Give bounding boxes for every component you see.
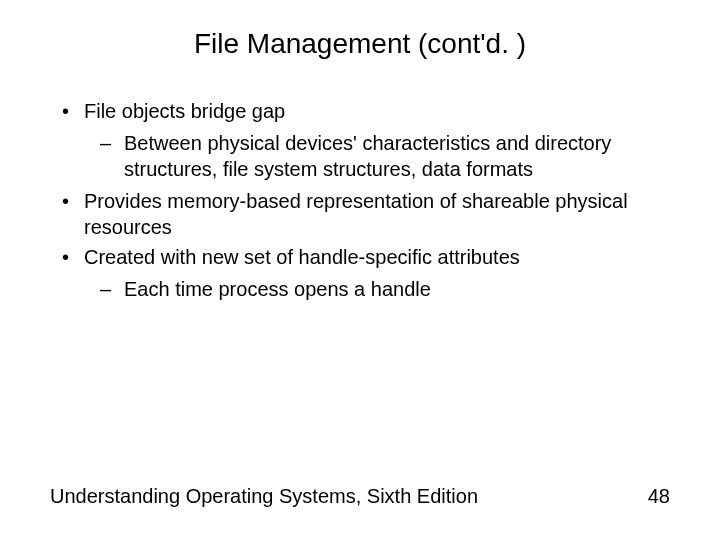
slide-footer: Understanding Operating Systems, Sixth E… — [50, 485, 670, 508]
page-number: 48 — [648, 485, 670, 508]
slide: File Management (cont'd. ) File objects … — [0, 0, 720, 540]
sub-bullet-list: Each time process opens a handle — [84, 276, 670, 302]
sub-bullet-text: Between physical devices' characteristic… — [124, 132, 611, 180]
bullet-text: Created with new set of handle-specific … — [84, 246, 520, 268]
sub-bullet-text: Each time process opens a handle — [124, 278, 431, 300]
bullet-text: File objects bridge gap — [84, 100, 285, 122]
sub-bullet-item: Each time process opens a handle — [84, 276, 670, 302]
slide-title: File Management (cont'd. ) — [50, 28, 670, 60]
sub-bullet-list: Between physical devices' characteristic… — [84, 130, 670, 182]
bullet-item: Provides memory-based representation of … — [50, 188, 670, 240]
slide-content: File objects bridge gap Between physical… — [50, 98, 670, 302]
bullet-item: Created with new set of handle-specific … — [50, 244, 670, 302]
footer-text: Understanding Operating Systems, Sixth E… — [50, 485, 478, 508]
bullet-list: File objects bridge gap Between physical… — [50, 98, 670, 302]
bullet-item: File objects bridge gap Between physical… — [50, 98, 670, 182]
sub-bullet-item: Between physical devices' characteristic… — [84, 130, 670, 182]
bullet-text: Provides memory-based representation of … — [84, 190, 628, 238]
